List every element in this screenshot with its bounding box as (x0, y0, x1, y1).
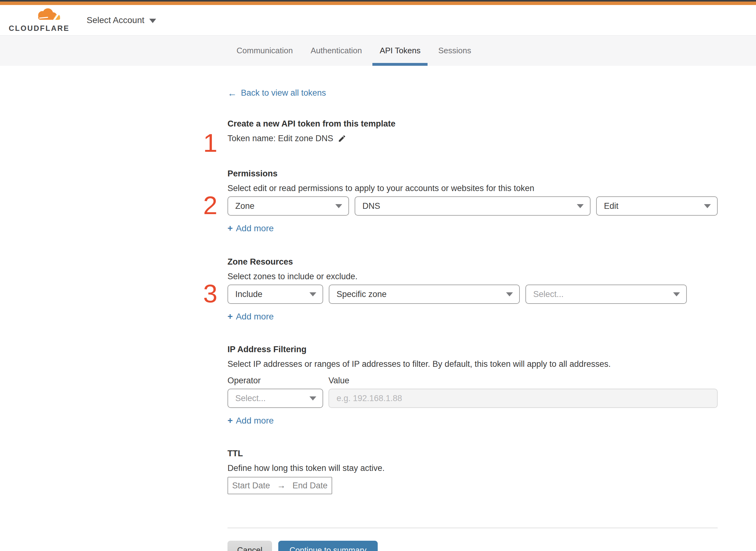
token-name-row: Token name: Edit zone DNS (227, 134, 718, 143)
value-label: Value (328, 376, 349, 386)
plus-icon: + (227, 416, 233, 426)
chevron-down-icon (506, 292, 513, 297)
add-more-permission-button[interactable]: + Add more (227, 223, 273, 233)
annotation-marker-2: 2 (203, 192, 217, 218)
chevron-down-icon (309, 397, 316, 401)
tab-authentication[interactable]: Authentication (311, 36, 362, 66)
back-to-tokens-link[interactable]: ← Back to view all tokens (227, 88, 326, 98)
ttl-heading: TTL (227, 449, 718, 458)
chevron-down-icon (309, 292, 316, 297)
chevron-down-icon (577, 204, 584, 208)
zone-mode-dropdown[interactable]: Include (227, 285, 323, 304)
footer-divider (227, 528, 718, 528)
tab-label: Authentication (311, 46, 362, 55)
range-arrow-icon: → (277, 481, 285, 491)
brand-orange-bar (0, 2, 756, 5)
continue-to-summary-button[interactable]: Continue to summary (278, 541, 378, 551)
cloudflare-cloud-icon (31, 7, 61, 24)
chevron-down-icon (149, 19, 156, 23)
add-more-label: Add more (236, 416, 273, 426)
ttl-date-range-picker[interactable]: Start Date → End Date (227, 477, 332, 494)
permissions-dropdown-row: 2 Zone DNS Edit (227, 196, 718, 216)
permissions-description: Select edit or read permissions to apply… (227, 183, 718, 193)
add-more-label: Add more (236, 223, 273, 233)
header: CLOUDFLARE Select Account (0, 5, 756, 35)
operator-label: Operator (227, 376, 328, 386)
permissions-heading: Permissions (227, 169, 718, 178)
ip-filtering-heading: IP Address Filtering (227, 345, 718, 354)
dropdown-value: Specific zone (336, 290, 387, 299)
cancel-button[interactable]: Cancel (227, 541, 272, 551)
token-name-line: Token name: Edit zone DNS (227, 134, 333, 143)
tab-sessions[interactable]: Sessions (438, 36, 471, 66)
tab-label: Sessions (438, 46, 471, 55)
dropdown-value: Include (235, 290, 262, 299)
add-more-zone-button[interactable]: + Add more (227, 311, 273, 322)
annotation-marker-1: 1 (203, 130, 217, 156)
page-title: Create a new API token from this templat… (227, 119, 718, 129)
dropdown-value: Edit (604, 201, 619, 211)
permission-scope-dropdown[interactable]: Zone (227, 196, 349, 216)
add-more-label: Add more (236, 312, 273, 322)
tab-communication[interactable]: Communication (236, 36, 293, 66)
zone-resources-heading: Zone Resources (227, 257, 718, 267)
ip-field-labels: Operator Value (227, 376, 718, 386)
back-row: ← Back to view all tokens (227, 66, 718, 98)
end-date-label: End Date (292, 481, 327, 491)
chevron-down-icon (704, 204, 711, 208)
start-date-label: Start Date (232, 481, 270, 491)
permission-resource-dropdown[interactable]: DNS (354, 196, 591, 216)
zone-resources-description: Select zones to include or exclude. (227, 272, 718, 282)
ttl-section: TTL Define how long this token will stay… (227, 449, 718, 494)
ip-filtering-section: IP Address Filtering Select IP addresses… (227, 345, 718, 426)
edit-pencil-icon[interactable] (338, 134, 346, 143)
page: CLOUDFLARE Select Account Communication … (0, 0, 756, 551)
ip-filtering-description: Select IP addresses or ranges of IP addr… (227, 359, 718, 369)
zone-resources-section: Zone Resources Select zones to include o… (227, 257, 718, 322)
ip-value-input[interactable] (328, 389, 718, 408)
account-selector-label: Select Account (87, 15, 144, 25)
plus-icon: + (227, 223, 233, 233)
tab-label: API Tokens (380, 46, 421, 55)
back-link-label: Back to view all tokens (241, 88, 326, 98)
zone-resources-dropdown-row: 3 Include Specific zone Select... (227, 285, 718, 304)
active-tab-indicator (372, 63, 428, 66)
ttl-description: Define how long this token will stay act… (227, 463, 718, 473)
annotation-marker-3: 3 (203, 281, 217, 307)
zone-type-dropdown[interactable]: Specific zone (329, 285, 520, 304)
dropdown-value: Zone (235, 201, 254, 211)
back-arrow-icon: ← (227, 88, 237, 98)
dropdown-placeholder: Select... (533, 290, 564, 299)
plus-icon: + (227, 311, 233, 322)
token-name-group: 1 Create a new API token from this templ… (227, 119, 718, 143)
dropdown-value: DNS (362, 201, 380, 211)
tab-api-tokens[interactable]: API Tokens (380, 36, 421, 66)
permissions-section: Permissions Select edit or read permissi… (227, 169, 718, 233)
main-content: ← Back to view all tokens 1 Create a new… (227, 66, 718, 551)
add-more-ip-button[interactable]: + Add more (227, 416, 273, 426)
account-selector[interactable]: Select Account (87, 5, 156, 35)
ip-controls-row: Select... (227, 389, 718, 408)
zone-select-dropdown[interactable]: Select... (525, 285, 687, 304)
chevron-down-icon (673, 292, 680, 297)
tab-bar: Communication Authentication API Tokens … (0, 35, 756, 66)
dropdown-placeholder: Select... (235, 394, 266, 403)
cloudflare-wordmark: CLOUDFLARE (9, 24, 63, 33)
cloudflare-logo[interactable]: CLOUDFLARE (9, 7, 63, 33)
footer-actions: Cancel Continue to summary (227, 541, 718, 551)
chevron-down-icon (335, 204, 342, 208)
operator-select-dropdown[interactable]: Select... (227, 389, 323, 408)
tab-label: Communication (236, 46, 293, 55)
permission-access-dropdown[interactable]: Edit (596, 196, 718, 216)
